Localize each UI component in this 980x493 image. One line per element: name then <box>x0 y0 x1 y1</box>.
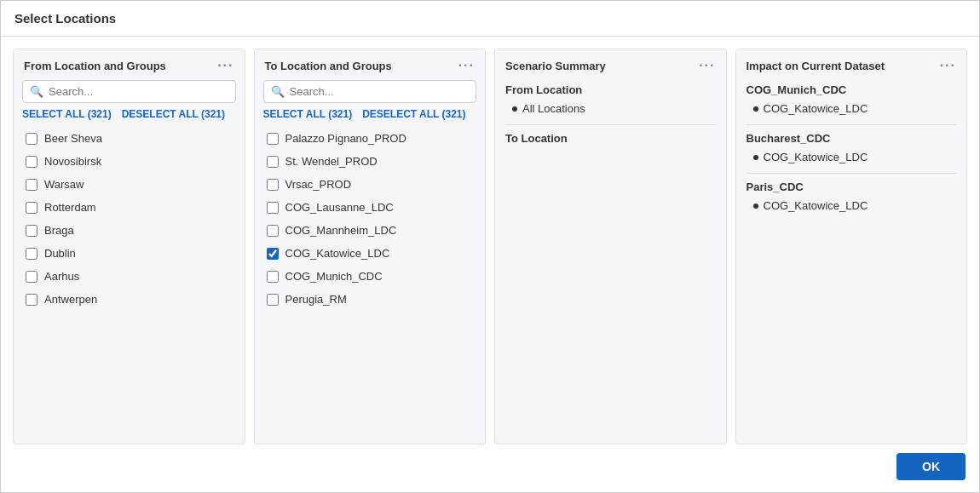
from-item-label: Braga <box>44 224 74 237</box>
to-item-checkbox[interactable] <box>267 248 279 260</box>
from-item-label: Warsaw <box>44 178 84 191</box>
impact-group-label: COG_Munich_CDC <box>747 83 957 96</box>
from-item-checkbox[interactable] <box>26 179 37 191</box>
from-item-label: Novosibirsk <box>44 155 101 168</box>
from-select-actions: SELECT ALL (321) DESELECT ALL (321) <box>14 108 245 125</box>
to-item-label: Palazzo Pignano_PROD <box>285 132 406 145</box>
from-search-input[interactable] <box>49 85 228 98</box>
to-search-box[interactable]: 🔍 <box>263 80 477 103</box>
impact-item-label: COG_Katowice_LDC <box>764 102 868 115</box>
ok-button[interactable]: OK <box>896 453 966 480</box>
from-select-all-button[interactable]: SELECT ALL (321) <box>22 108 112 120</box>
to-item-checkbox[interactable] <box>267 133 279 145</box>
scenario-to-label: To Location <box>505 132 716 145</box>
impact-panel-header: Impact on Current Dataset ··· <box>736 49 967 80</box>
to-item-label: Perugia_RM <box>285 293 347 306</box>
from-panel-menu-icon[interactable]: ··· <box>217 58 233 73</box>
list-item: Perugia_RM <box>263 288 477 311</box>
dialog-footer: OK <box>1 444 979 492</box>
list-item: Novosibirsk <box>22 150 236 173</box>
list-item: COG_Mannheim_LDC <box>263 219 477 242</box>
to-panel-menu-icon[interactable]: ··· <box>458 58 475 73</box>
impact-group-label: Bucharest_CDC <box>747 132 957 145</box>
list-item: Rotterdam <box>22 196 236 219</box>
from-item-list: Beer ShevaNovosibirskWarsawRotterdamBrag… <box>14 125 245 444</box>
from-item-checkbox[interactable] <box>26 133 37 145</box>
impact-dataset-panel: Impact on Current Dataset ··· COG_Munich… <box>735 49 968 444</box>
from-panel-title: From Location and Groups <box>24 60 166 72</box>
impact-divider <box>747 173 957 174</box>
list-item: Beer Sheva <box>22 127 236 150</box>
to-item-checkbox[interactable] <box>267 271 279 283</box>
to-search-input[interactable] <box>290 85 470 98</box>
from-panel-header: From Location and Groups ··· <box>14 49 245 80</box>
impact-item-label: COG_Katowice_LDC <box>764 199 868 212</box>
from-search-box[interactable]: 🔍 <box>22 80 236 103</box>
to-item-checkbox[interactable] <box>267 179 279 191</box>
to-item-label: COG_Mannheim_LDC <box>285 224 397 237</box>
impact-bullet-dot <box>753 155 758 160</box>
to-item-checkbox[interactable] <box>267 294 279 306</box>
list-item: Aarhus <box>22 265 236 288</box>
impact-bullet-dot <box>753 204 758 209</box>
to-item-label: COG_Lausanne_LDC <box>285 201 394 214</box>
to-item-checkbox[interactable] <box>267 225 279 237</box>
scenario-divider <box>505 124 716 125</box>
scenario-content: From Location All Locations To Location <box>495 80 726 157</box>
from-item-checkbox[interactable] <box>26 294 37 306</box>
to-select-actions: SELECT ALL (321) DESELECT ALL (321) <box>255 108 486 125</box>
impact-content: COG_Munich_CDCCOG_Katowice_LDCBucharest_… <box>736 80 967 444</box>
to-item-checkbox[interactable] <box>267 156 279 168</box>
from-item-checkbox[interactable] <box>26 271 37 283</box>
scenario-summary-panel: Scenario Summary ··· From Location All L… <box>494 49 727 444</box>
from-item-checkbox[interactable] <box>26 156 37 168</box>
scenario-from-location-text: All Locations <box>522 102 585 115</box>
to-item-label: Vrsac_PROD <box>285 178 352 191</box>
from-item-label: Beer Sheva <box>44 132 102 145</box>
from-item-checkbox[interactable] <box>26 202 37 214</box>
list-item: Vrsac_PROD <box>263 173 477 196</box>
from-item-label: Dublin <box>44 247 76 260</box>
impact-group-label: Paris_CDC <box>747 181 957 193</box>
from-search-icon: 🔍 <box>30 85 43 98</box>
scenario-from-label: From Location <box>505 83 716 96</box>
impact-bullet: COG_Katowice_LDC <box>747 100 957 118</box>
scenario-panel-menu-icon[interactable]: ··· <box>699 58 715 73</box>
list-item: COG_Munich_CDC <box>263 265 477 288</box>
to-deselect-all-button[interactable]: DESELECT ALL (321) <box>362 108 465 120</box>
to-select-all-button[interactable]: SELECT ALL (321) <box>263 108 353 120</box>
to-search-icon: 🔍 <box>271 85 285 98</box>
impact-panel-menu-icon[interactable]: ··· <box>940 58 956 73</box>
scenario-panel-title: Scenario Summary <box>505 60 606 72</box>
to-location-panel: To Location and Groups ··· 🔍 SELECT ALL … <box>254 49 487 444</box>
from-item-label: Rotterdam <box>44 201 96 214</box>
from-item-checkbox[interactable] <box>26 225 37 237</box>
impact-divider <box>747 124 957 125</box>
impact-bullet: COG_Katowice_LDC <box>747 197 957 215</box>
list-item: Braga <box>22 219 236 242</box>
scenario-from-value: All Locations <box>505 100 716 118</box>
dialog-body: From Location and Groups ··· 🔍 SELECT AL… <box>1 37 979 444</box>
list-item: Warsaw <box>22 173 236 196</box>
select-locations-dialog: Select Locations From Location and Group… <box>0 0 980 493</box>
to-item-list: Palazzo Pignano_PRODSt. Wendel_PRODVrsac… <box>255 125 486 444</box>
from-location-panel: From Location and Groups ··· 🔍 SELECT AL… <box>13 49 245 444</box>
list-item: COG_Katowice_LDC <box>263 242 477 265</box>
list-item: Dublin <box>22 242 236 265</box>
to-item-label: COG_Munich_CDC <box>285 270 383 283</box>
impact-bullet: COG_Katowice_LDC <box>747 148 957 166</box>
from-item-label: Aarhus <box>44 270 79 283</box>
scenario-from-bullet-dot <box>512 106 517 112</box>
to-item-checkbox[interactable] <box>267 202 279 214</box>
to-panel-title: To Location and Groups <box>265 60 392 72</box>
list-item: COG_Lausanne_LDC <box>263 196 477 219</box>
list-item: St. Wendel_PROD <box>263 150 477 173</box>
to-item-label: COG_Katowice_LDC <box>285 247 390 260</box>
to-panel-header: To Location and Groups ··· <box>255 49 486 80</box>
impact-bullet-dot <box>753 106 758 112</box>
from-deselect-all-button[interactable]: DESELECT ALL (321) <box>122 108 225 120</box>
list-item: Antwerpen <box>22 288 236 311</box>
scenario-panel-header: Scenario Summary ··· <box>495 49 726 80</box>
from-item-checkbox[interactable] <box>26 248 37 260</box>
list-item: Palazzo Pignano_PROD <box>263 127 477 150</box>
